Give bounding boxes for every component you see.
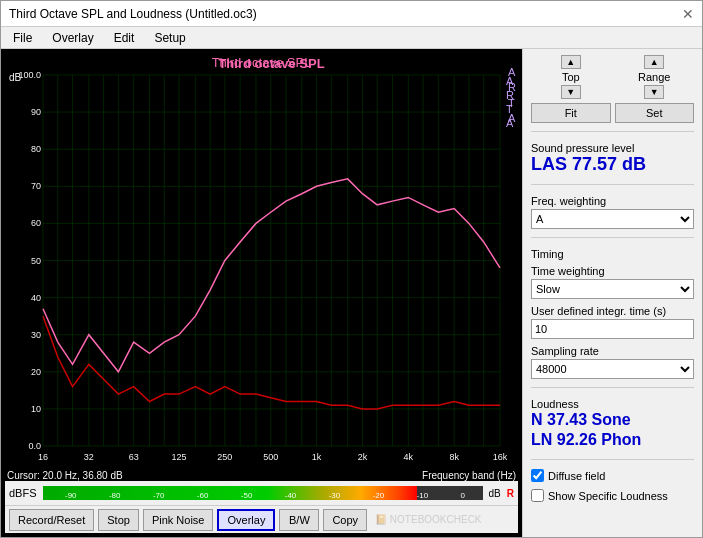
sampling-rate-row: Sampling rate 44100 48000 96000 — [531, 343, 694, 379]
loudness-value-2: LN 92.26 Phon — [531, 430, 694, 451]
menu-setup[interactable]: Setup — [150, 30, 189, 46]
menu-bar: File Overlay Edit Setup — [1, 27, 702, 49]
r-channel-label: R — [507, 488, 514, 499]
bw-button[interactable]: B/W — [279, 509, 319, 531]
top-label: Top — [562, 71, 580, 83]
loudness-section: Loudness N 37.43 Sone LN 92.26 Phon — [531, 396, 694, 452]
range-up-button[interactable]: ▲ — [644, 55, 664, 69]
time-weighting-dropdown[interactable]: Slow Fast Impulse — [531, 279, 694, 299]
close-button[interactable]: ✕ — [682, 7, 694, 21]
top-range-controls: ▲ Top ▼ ▲ Range ▼ Fit Set — [531, 55, 694, 123]
freq-band-label: Frequency band (Hz) — [422, 470, 516, 481]
menu-edit[interactable]: Edit — [110, 30, 139, 46]
bottom-buttons: Record/Reset Stop Pink Noise Overlay B/W… — [5, 505, 518, 533]
sampling-rate-dropdown[interactable]: 44100 48000 96000 — [531, 359, 694, 379]
separator-3 — [531, 237, 694, 238]
integr-time-input[interactable] — [531, 319, 694, 339]
menu-file[interactable]: File — [9, 30, 36, 46]
chart-area: Third octave SPL ARTA Cursor: 20.0 Hz, 3… — [1, 49, 522, 537]
set-button[interactable]: Set — [615, 103, 695, 123]
spl-chart-canvas — [5, 53, 518, 470]
separator-2 — [531, 184, 694, 185]
top-up-button[interactable]: ▲ — [561, 55, 581, 69]
show-specific-row: Show Specific Loudness — [531, 488, 694, 502]
loudness-section-label: Loudness — [531, 398, 694, 410]
separator-4 — [531, 387, 694, 388]
show-specific-checkbox[interactable] — [531, 489, 544, 502]
right-panel: ▲ Top ▼ ▲ Range ▼ Fit Set Sound pressure… — [522, 49, 702, 537]
spl-value: LAS 77.57 dB — [531, 154, 694, 176]
diffuse-field-checkbox[interactable] — [531, 469, 544, 482]
range-control-group: ▲ Range ▼ — [615, 55, 695, 99]
freq-weighting-control: Freq. weighting A B C Z — [531, 193, 694, 229]
arta-label: ARTA — [508, 65, 516, 127]
window-title: Third Octave SPL and Loudness (Untitled.… — [9, 7, 257, 21]
integr-time-label: User defined integr. time (s) — [531, 305, 694, 317]
top-down-button[interactable]: ▼ — [561, 85, 581, 99]
spl-section: Sound pressure level LAS 77.57 dB — [531, 140, 694, 176]
freq-weighting-label: Freq. weighting — [531, 195, 694, 207]
separator-1 — [531, 131, 694, 132]
time-weighting-row: Time weighting Slow Fast Impulse — [531, 263, 694, 299]
time-weighting-label: Time weighting — [531, 265, 694, 277]
level-meter-fill — [43, 486, 417, 500]
chart-title: Third octave SPL — [5, 55, 518, 70]
dbfs-row: dBFS -90 -80 -70 -60 -50 -40 -30 -20 -10 — [5, 481, 518, 505]
dbfs-label: dBFS — [9, 487, 39, 499]
integr-time-row: User defined integr. time (s) — [531, 303, 694, 339]
level-meter: -90 -80 -70 -60 -50 -40 -30 -20 -10 0 — [43, 486, 483, 500]
main-window: Third Octave SPL and Loudness (Untitled.… — [0, 0, 703, 538]
spl-section-label: Sound pressure level — [531, 142, 694, 154]
timing-section: Timing Time weighting Slow Fast Impulse … — [531, 246, 694, 379]
title-bar: Third Octave SPL and Loudness (Untitled.… — [1, 1, 702, 27]
fit-button[interactable]: Fit — [531, 103, 611, 123]
pink-noise-button[interactable]: Pink Noise — [143, 509, 214, 531]
main-content: Third octave SPL ARTA Cursor: 20.0 Hz, 3… — [1, 49, 702, 537]
top-control-group: ▲ Top ▼ — [531, 55, 611, 99]
range-down-button[interactable]: ▼ — [644, 85, 664, 99]
loudness-value-1: N 37.43 Sone — [531, 410, 694, 431]
freq-weighting-dropdown[interactable]: A B C Z — [531, 209, 694, 229]
diffuse-field-row: Diffuse field — [531, 468, 694, 482]
diffuse-field-label: Diffuse field — [548, 470, 605, 482]
show-specific-label: Show Specific Loudness — [548, 490, 668, 502]
watermark-label: 📔 NOTEBOOKCHECK — [375, 514, 481, 525]
record-reset-button[interactable]: Record/Reset — [9, 509, 94, 531]
stop-button[interactable]: Stop — [98, 509, 139, 531]
copy-button[interactable]: Copy — [323, 509, 367, 531]
separator-5 — [531, 459, 694, 460]
range-label: Range — [638, 71, 670, 83]
overlay-button[interactable]: Overlay — [217, 509, 275, 531]
menu-overlay[interactable]: Overlay — [48, 30, 97, 46]
chart-wrapper: Third octave SPL ARTA — [5, 53, 518, 470]
db-suffix-label: dB — [489, 488, 501, 499]
timing-label: Timing — [531, 248, 694, 260]
sampling-rate-label: Sampling rate — [531, 345, 694, 357]
cursor-info: Cursor: 20.0 Hz, 36.80 dB — [7, 470, 123, 481]
